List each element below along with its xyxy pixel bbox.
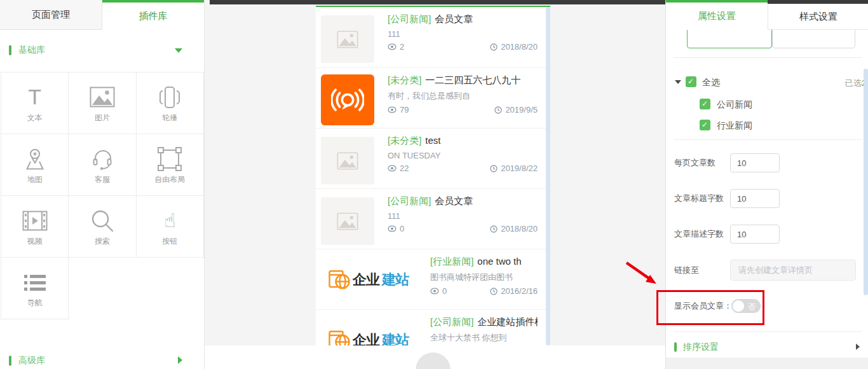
link-label: 链接至 bbox=[674, 260, 699, 281]
sort-settings-header[interactable]: 排序设置 bbox=[666, 339, 868, 356]
clock-icon bbox=[490, 225, 498, 233]
broadcast-bubble-icon bbox=[331, 83, 364, 116]
list-scrollbar-thumb[interactable] bbox=[546, 7, 550, 345]
section-accent-bar bbox=[9, 356, 11, 366]
basic-library-header[interactable]: 基础库 bbox=[0, 42, 204, 59]
widget-image[interactable]: 图片 bbox=[69, 73, 136, 134]
clock-icon bbox=[494, 106, 502, 114]
article-list-plugin[interactable]: [公司新闻]会员文章 111 2 2018/8/20 [未分类]一二三四五六七八… bbox=[316, 6, 550, 345]
article-item[interactable]: [未分类]一二三四五六七八九十 有时，我们总是感到自 79 2019/9/5 bbox=[316, 67, 550, 128]
tab-page-management[interactable]: 页面管理 bbox=[0, 0, 102, 30]
text-icon bbox=[28, 83, 41, 111]
widget-carousel[interactable]: 轮播 bbox=[137, 73, 204, 134]
carousel-icon bbox=[157, 83, 182, 111]
article-desc: ON TUESDAY bbox=[388, 151, 538, 160]
site-logo-icon bbox=[329, 330, 350, 346]
article-date: 2019/9/5 bbox=[505, 105, 538, 115]
tab-plugin-library[interactable]: 插件库 bbox=[102, 0, 204, 30]
widget-search[interactable]: 搜索 bbox=[69, 196, 136, 258]
view-count: 22 bbox=[400, 164, 409, 173]
category-label: 公司新闻 bbox=[717, 99, 752, 111]
articles-per-page-input[interactable] bbox=[730, 153, 780, 172]
category-checkbox[interactable] bbox=[700, 99, 710, 109]
section-accent-bar bbox=[674, 342, 677, 352]
select-all-checkbox[interactable] bbox=[686, 76, 696, 87]
preview-top-bar bbox=[210, 0, 665, 4]
logo-text-blue: 建站 bbox=[382, 270, 409, 289]
divider bbox=[674, 331, 862, 332]
chevron-right-icon[interactable] bbox=[178, 356, 182, 364]
nav-list-icon bbox=[24, 268, 46, 296]
tab-property-settings[interactable]: 属性设置 bbox=[666, 0, 768, 30]
article-thumbnail-placeholder bbox=[321, 137, 374, 184]
article-item[interactable]: [未分类]test ON TUESDAY 22 2019/8/22 bbox=[316, 128, 550, 188]
article-meta: 22 2019/8/22 bbox=[388, 164, 538, 173]
article-date: 2018/8/20 bbox=[501, 224, 538, 233]
article-category: [公司新闻] bbox=[388, 13, 431, 24]
advanced-library-label: 高级库 bbox=[18, 355, 45, 366]
expander-caret-icon[interactable] bbox=[675, 80, 681, 84]
divider bbox=[674, 139, 862, 140]
article-desc: 图书商城特评团由图书 bbox=[430, 272, 538, 283]
article-item[interactable]: 企业建站 [行业新闻]one two th 图书商城特评团由图书 0 2016/… bbox=[316, 249, 550, 309]
article-item[interactable]: 企业建站 [公司新闻]企业建站插件样式2企 全球十大禁书 你想到 bbox=[316, 309, 550, 345]
title-length-input[interactable] bbox=[730, 189, 780, 208]
search-icon bbox=[90, 207, 115, 235]
widget-button[interactable]: 按钮 bbox=[137, 196, 204, 258]
section-accent-bar bbox=[9, 45, 11, 55]
field-row: 每页文章数 bbox=[666, 153, 868, 172]
category-row: 公司新闻 bbox=[666, 97, 868, 113]
field-label: 文章标题字数 bbox=[674, 189, 724, 208]
article-title: [公司新闻]企业建站插件样式2企 bbox=[430, 316, 538, 328]
article-desc: 111 bbox=[388, 29, 538, 39]
article-item[interactable]: [公司新闻]会员文章 111 2 2018/8/20 bbox=[316, 7, 550, 67]
widget-label: 地图 bbox=[27, 174, 43, 185]
widget-label: 轮播 bbox=[162, 113, 177, 123]
views-eye-icon bbox=[388, 165, 397, 172]
article-desc: 全球十大禁书 你想到 bbox=[430, 332, 538, 344]
floating-bubble[interactable] bbox=[416, 352, 451, 369]
article-desc: 有时，我们总是感到自 bbox=[388, 90, 538, 102]
article-title: [公司新闻]会员文章 bbox=[388, 13, 538, 25]
widget-customer-service[interactable]: 客服 bbox=[69, 134, 136, 196]
widget-navigation[interactable]: 导航 bbox=[1, 258, 69, 319]
pointer-hand-icon bbox=[164, 207, 175, 235]
views-eye-icon bbox=[388, 43, 397, 50]
field-row: 文章标题字数 bbox=[666, 189, 868, 208]
view-count: 0 bbox=[442, 286, 447, 296]
preview-footer bbox=[205, 345, 665, 369]
panel-bottom-strip bbox=[666, 358, 868, 369]
views-eye-icon bbox=[388, 106, 397, 113]
link-target-input[interactable] bbox=[730, 260, 856, 281]
advanced-library-header[interactable]: 高级库 bbox=[0, 352, 204, 369]
article-meta: 0 2016/2/16 bbox=[430, 286, 538, 296]
chevron-right-icon[interactable] bbox=[856, 344, 860, 350]
article-item[interactable]: [公司新闻]会员文章 111 0 2018/8/20 bbox=[316, 188, 550, 249]
link-row: 链接至 bbox=[666, 260, 868, 281]
category-checkbox[interactable] bbox=[700, 120, 710, 130]
field-row: 文章描述字数 bbox=[666, 225, 868, 244]
category-row: 行业新闻 bbox=[666, 118, 868, 134]
article-date: 2016/2/16 bbox=[501, 286, 538, 296]
widget-label: 导航 bbox=[27, 298, 43, 309]
field-label: 每页文章数 bbox=[674, 153, 715, 172]
widget-video[interactable]: 视频 bbox=[1, 196, 69, 258]
widget-text[interactable]: 文本 bbox=[1, 73, 69, 134]
clock-icon bbox=[490, 43, 498, 51]
article-title: [未分类]test bbox=[388, 135, 538, 147]
headset-icon bbox=[90, 145, 115, 173]
widget-map[interactable]: 地图 bbox=[1, 134, 69, 196]
article-category: [未分类] bbox=[388, 135, 421, 146]
select-all-label: 全选 bbox=[702, 77, 720, 88]
tab-style-settings[interactable]: 样式设置 bbox=[768, 4, 868, 30]
desc-length-input[interactable] bbox=[730, 225, 780, 244]
article-date: 2019/8/22 bbox=[501, 164, 538, 173]
widget-free-layout[interactable]: 自由布局 bbox=[137, 134, 204, 196]
widget-label: 视频 bbox=[27, 236, 43, 247]
article-thumbnail-broadcast bbox=[321, 74, 374, 125]
logo-text-black: 企业 bbox=[353, 270, 379, 289]
widget-label: 文本 bbox=[27, 113, 43, 123]
chevron-down-icon[interactable] bbox=[175, 48, 182, 53]
views-eye-icon bbox=[388, 225, 397, 232]
page-scrollbar-thumb[interactable] bbox=[864, 69, 868, 295]
